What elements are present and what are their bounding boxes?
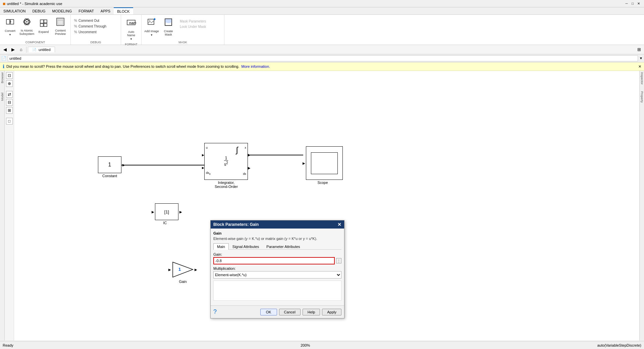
is-atomic-label: Is AtomicSubsystem	[19, 29, 35, 36]
constant-block-body: 1 ▶	[98, 156, 121, 173]
model-tab[interactable]: Model	[1, 93, 4, 101]
cancel-button[interactable]: Cancel	[279, 309, 301, 315]
address-dropdown-icon[interactable]: ▼	[639, 56, 643, 60]
dialog-close-button[interactable]: ✕	[337, 222, 341, 227]
mask-parameters-button: Mask Parameters	[178, 19, 222, 24]
tool1[interactable]: ⇄	[6, 91, 13, 98]
scope-label: Scope	[317, 181, 328, 185]
content-preview-button[interactable]: ContentPreview	[52, 16, 68, 37]
comment-out-button[interactable]: % Comment Out	[73, 18, 116, 23]
forward-button[interactable]: ▶	[9, 46, 17, 53]
format-group-label: FORMAT	[123, 42, 139, 46]
zoom-fit-button[interactable]: ⊡	[6, 72, 13, 79]
browser-tab[interactable]: Browser	[1, 72, 4, 83]
close-button[interactable]: ✕	[636, 1, 641, 6]
status-ready: Ready	[3, 343, 13, 347]
svg-rect-10	[40, 23, 43, 27]
main-area: Browser Model ⊡ ⊕ ⇄ ⊟ ⊞ □ 1 ▶ Constant	[0, 71, 644, 341]
canvas[interactable]: 1 ▶ Constant ▶ ▶ u x dx0 dx	[14, 71, 639, 341]
help-button[interactable]: Help	[303, 309, 320, 315]
tab-untitled[interactable]: 📄 untitled	[28, 47, 55, 52]
info-icon: ℹ	[3, 64, 4, 69]
comment-through-icon: %	[74, 24, 77, 28]
dialog-tab-signal[interactable]: Signal Attributes	[229, 243, 263, 250]
comment-through-label: Comment Through	[78, 24, 106, 28]
menu-simulation[interactable]: SIMULATION	[0, 7, 29, 14]
model-icon: 📄	[1, 56, 6, 61]
ok-button[interactable]: OK	[260, 309, 277, 315]
svg-point-7	[26, 21, 28, 22]
look-under-mask-button: Look Under Mask	[178, 24, 222, 29]
info-close-button[interactable]: ✕	[638, 64, 641, 68]
address-input[interactable]	[8, 55, 638, 61]
add-image-button[interactable]: Add Image ▼	[144, 16, 160, 38]
add-image-arrow: ▼	[150, 34, 153, 37]
svg-rect-9	[44, 20, 47, 23]
zoom-in-button[interactable]: ⊕	[6, 80, 13, 87]
integrator-x-label: x	[245, 146, 247, 149]
mask-group-label: MASK	[144, 40, 222, 44]
status-bar: Ready 200% auto(VariableStepDiscrete)	[0, 341, 644, 349]
ribbon-group-format: name AutoName ▼ FORMAT	[121, 15, 142, 45]
create-mask-button[interactable]: CreateMask	[160, 16, 176, 38]
tool4[interactable]: □	[6, 118, 13, 124]
property-tab[interactable]: Property	[640, 91, 644, 103]
dialog-title: Block Parameters: Gain	[213, 222, 259, 227]
gain-input[interactable]	[213, 257, 335, 264]
integrator-input-dx0: ▶	[202, 166, 204, 169]
menu-debug[interactable]: DEBUG	[29, 7, 49, 14]
is-atomic-icon	[22, 17, 31, 28]
home-button[interactable]: ⌂	[17, 46, 25, 53]
uncomment-label: Uncomment	[78, 30, 97, 34]
back-button[interactable]: ◀	[1, 46, 9, 53]
ribbon: Convert ▼ Is AtomicSubsystem	[0, 15, 644, 45]
restore-button[interactable]: □	[630, 1, 635, 6]
minimize-button[interactable]: ─	[624, 1, 629, 6]
integrator-formula: 1 s2	[224, 156, 228, 167]
convert-button[interactable]: Convert ▼	[2, 16, 18, 38]
svg-marker-3	[10, 21, 11, 22]
is-atomic-button[interactable]: Is AtomicSubsystem	[19, 16, 35, 37]
app-icon: ■	[3, 1, 5, 6]
status-solver: auto(VariableStepDiscrete)	[597, 343, 641, 347]
ic-block[interactable]: ▶ [1] ▶ IC	[152, 203, 178, 225]
dialog-btn-row: ? OK Cancel Help Apply	[211, 305, 344, 318]
tool3[interactable]: ⊞	[6, 107, 13, 114]
dialog-empty-area	[213, 281, 341, 301]
scope-block[interactable]: ▶ Scope	[303, 146, 343, 185]
ribbon-group-component: Convert ▼ Is AtomicSubsystem	[0, 15, 71, 45]
maximize-canvas-button[interactable]: ⊞	[635, 46, 643, 53]
expand-button[interactable]: Expand	[36, 16, 52, 36]
auto-name-icon: name	[126, 17, 136, 30]
dialog-tab-parameter[interactable]: Parameter Attributes	[263, 243, 304, 250]
apply-button[interactable]: Apply	[322, 309, 341, 315]
gain-block[interactable]: ▶ 1 ▶ Gain	[168, 260, 197, 284]
menu-modeling[interactable]: MODELING	[49, 7, 75, 14]
integrator-dx0-label: dx0	[206, 171, 211, 176]
dialog-main-content: Gain: ⋮ Multiplication: Element-wise(K.*…	[213, 252, 341, 301]
uncomment-button[interactable]: % Uncomment	[73, 30, 116, 35]
comment-through-button[interactable]: % Comment Through	[73, 24, 116, 29]
menu-block[interactable]: BLOCK	[114, 7, 133, 14]
block-parameters-dialog[interactable]: Block Parameters: Gain ✕ Gain Element-wi…	[210, 220, 344, 318]
constant-block[interactable]: 1 ▶ Constant	[98, 156, 121, 178]
title-bar: ■ untitled * - Simulink academic use ─ □…	[0, 0, 644, 7]
dialog-description: Element-wise gain (y = K.*u) or matrix g…	[213, 237, 341, 241]
svg-text:1: 1	[178, 267, 181, 272]
menu-format[interactable]: FORMAT	[75, 7, 97, 14]
integrator-block[interactable]: ▶ ▶ u x dx0 dx ∫ 1 s2	[202, 143, 251, 189]
svg-marker-23	[173, 262, 193, 277]
gain-expand-button[interactable]: ⋮	[336, 258, 341, 263]
dialog-tab-main[interactable]: Main	[213, 243, 229, 250]
inspector-tab[interactable]: Inspector	[640, 72, 644, 85]
more-info-link[interactable]: More information.	[241, 64, 270, 68]
integrator-integral-symbol: ∫	[236, 145, 238, 155]
multiplication-select[interactable]: Element-wise(K.*u) Matrix(K*u) Matrix(u*…	[213, 271, 341, 279]
help-icon[interactable]: ?	[213, 308, 217, 315]
tool2[interactable]: ⊟	[6, 99, 13, 106]
auto-name-button[interactable]: name AutoName ▼	[123, 16, 139, 42]
svg-rect-8	[40, 20, 44, 23]
menu-apps[interactable]: APPS	[97, 7, 114, 14]
mask-parameters-label: Mask Parameters	[180, 19, 206, 23]
tab-bar: 📄 untitled	[28, 45, 56, 54]
